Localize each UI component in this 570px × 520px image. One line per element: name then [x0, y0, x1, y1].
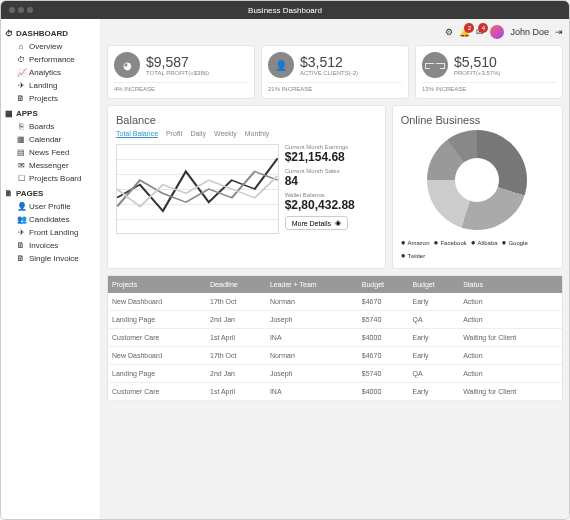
sidebar-item-label: Invoices — [29, 241, 58, 250]
sidebar-item[interactable]: ⌂Overview — [5, 40, 96, 53]
card-value: $3,512 — [300, 54, 358, 70]
legend-item: Amazon — [401, 238, 430, 247]
legend-item: Facebook — [434, 238, 467, 247]
balance-tab[interactable]: Profit — [166, 130, 182, 138]
sidebar-item-label: Analytics — [29, 68, 61, 77]
stat-value: $2,80,432.88 — [285, 198, 377, 212]
sidebar-item-label: Single Invoice — [29, 254, 79, 263]
sidebar-item-label: Candidates — [29, 215, 69, 224]
sidebar-item-icon: ✉ — [17, 161, 25, 170]
sidebar-section-header: 🗎PAGES — [5, 189, 96, 198]
sidebar-item-icon: ⎘ — [17, 122, 25, 131]
stat-value: $21,154.68 — [285, 150, 377, 164]
sidebar-item-icon: 🗎 — [17, 94, 25, 103]
balance-tab[interactable]: Weekly — [214, 130, 237, 138]
sidebar-item-label: User Profile — [29, 202, 71, 211]
table-header: Deadline — [206, 276, 266, 294]
more-details-button[interactable]: More Details ◉ — [285, 216, 348, 230]
sidebar-item[interactable]: 📈Analytics — [5, 66, 96, 79]
sidebar-item-icon: ▦ — [17, 135, 25, 144]
logout-icon[interactable]: ⇥ — [555, 27, 563, 37]
sidebar-item[interactable]: ✈Landing — [5, 79, 96, 92]
table-row[interactable]: Landing Page2nd JanJoseph$5740QAAction — [108, 311, 563, 329]
sidebar: ⏱DASHBOARD⌂Overview⏱Performance📈Analytic… — [1, 19, 101, 519]
sidebar-item-label: Front Landing — [29, 228, 78, 237]
arrow-icon: ◉ — [335, 219, 341, 227]
sidebar-item-label: Calendar — [29, 135, 61, 144]
user-name: John Doe — [510, 27, 549, 37]
balance-tab[interactable]: Monthly — [245, 130, 270, 138]
stat-card: ◕$9,587TOTAL PROFIT(+$386)4% INCREASE — [107, 45, 255, 99]
sidebar-item-label: News Feed — [29, 148, 69, 157]
card-footer: 21% INCREASE — [268, 86, 402, 92]
card-label: ACTIVE CLIENTS(-2) — [300, 70, 358, 76]
table-header: Budget — [358, 276, 409, 294]
table-header: Leader + Team — [266, 276, 358, 294]
sidebar-item-label: Landing — [29, 81, 57, 90]
sidebar-item[interactable]: ⎘Boards — [5, 120, 96, 133]
table-row[interactable]: Customer Care1st AprilINA$4000EarlyWaiti… — [108, 329, 563, 347]
window-titlebar: Business Dashboard — [1, 1, 569, 19]
sidebar-item[interactable]: 👥Candidates — [5, 213, 96, 226]
sidebar-item[interactable]: ✈Front Landing — [5, 226, 96, 239]
settings-icon[interactable]: ⚙ — [445, 27, 453, 37]
table-row[interactable]: New Dashboard17th OctNorman$4670EarlyAct… — [108, 347, 563, 365]
card-label: PROFIT(+3.57%) — [454, 70, 501, 76]
sidebar-item-icon: 📈 — [17, 68, 25, 77]
sidebar-item[interactable]: ⏱Performance — [5, 53, 96, 66]
sidebar-item[interactable]: 👤User Profile — [5, 200, 96, 213]
table-row[interactable]: New Dashboard17th OctNorman$4670EarlyAct… — [108, 293, 563, 311]
sidebar-item[interactable]: ☐Projects Board — [5, 172, 96, 185]
sidebar-item[interactable]: ✉Messenger — [5, 159, 96, 172]
sidebar-item[interactable]: ▤News Feed — [5, 146, 96, 159]
sidebar-section-header: ▦APPS — [5, 109, 96, 118]
sidebar-item-icon: 👥 — [17, 215, 25, 224]
message-icon[interactable]: ✉4 — [476, 27, 484, 37]
legend-item: Twitter — [401, 251, 426, 260]
table-header: Budget — [408, 276, 459, 294]
online-business-panel: Online Business AmazonFacebookAlibabaGoo… — [392, 105, 563, 269]
table-header: Projects — [108, 276, 207, 294]
avatar[interactable] — [490, 25, 504, 39]
sidebar-item-icon: 👤 — [17, 202, 25, 211]
sidebar-item-label: Performance — [29, 55, 75, 64]
sidebar-item-icon: ✈ — [17, 228, 25, 237]
sidebar-item-icon: 🗎 — [17, 241, 25, 250]
stat-card: ⫍⫎$5,510PROFIT(+3.57%)13% INCREASE — [415, 45, 563, 99]
balance-chart — [116, 144, 279, 234]
online-title: Online Business — [401, 114, 554, 126]
stat-value: 84 — [285, 174, 377, 188]
table-row[interactable]: Landing Page2nd JanJoseph$5740QAAction — [108, 365, 563, 383]
notification-bell-icon[interactable]: 🔔2 — [459, 27, 470, 37]
card-value: $5,510 — [454, 54, 501, 70]
sidebar-item[interactable]: 🗎Projects — [5, 92, 96, 105]
projects-table: ProjectsDeadlineLeader + TeamBudgetBudge… — [107, 275, 563, 401]
balance-tab[interactable]: Daily — [190, 130, 206, 138]
stat-card: 👤$3,512ACTIVE CLIENTS(-2)21% INCREASE — [261, 45, 409, 99]
topbar: ⚙ 🔔2 ✉4 John Doe ⇥ — [107, 25, 563, 39]
legend-item: Alibaba — [471, 238, 498, 247]
sidebar-item-label: Projects — [29, 94, 58, 103]
sidebar-item-label: Projects Board — [29, 174, 81, 183]
balance-tab[interactable]: Total Balance — [116, 130, 158, 138]
table-row[interactable]: Customer Care1st AprilINA$4000EarlyWaiti… — [108, 383, 563, 401]
card-value: $9,587 — [146, 54, 209, 70]
sidebar-item[interactable]: 🗎Invoices — [5, 239, 96, 252]
table-header: Status — [459, 276, 562, 294]
card-label: TOTAL PROFIT(+$386) — [146, 70, 209, 76]
sidebar-item[interactable]: 🗎Single Invoice — [5, 252, 96, 265]
sidebar-item-icon: ▤ — [17, 148, 25, 157]
sidebar-item-icon: ☐ — [17, 174, 25, 183]
card-icon: ◕ — [114, 52, 140, 78]
sidebar-item-label: Messenger — [29, 161, 69, 170]
sidebar-item[interactable]: ▦Calendar — [5, 133, 96, 146]
sidebar-item-label: Boards — [29, 122, 54, 131]
main-content: ⚙ 🔔2 ✉4 John Doe ⇥ ◕$9,587TOTAL PROFIT(+… — [101, 19, 569, 519]
sidebar-item-icon: ✈ — [17, 81, 25, 90]
card-footer: 4% INCREASE — [114, 86, 248, 92]
balance-title: Balance — [116, 114, 377, 126]
sidebar-item-label: Overview — [29, 42, 62, 51]
sidebar-item-icon: ⌂ — [17, 42, 25, 51]
window-title: Business Dashboard — [248, 6, 322, 15]
card-footer: 13% INCREASE — [422, 86, 556, 92]
